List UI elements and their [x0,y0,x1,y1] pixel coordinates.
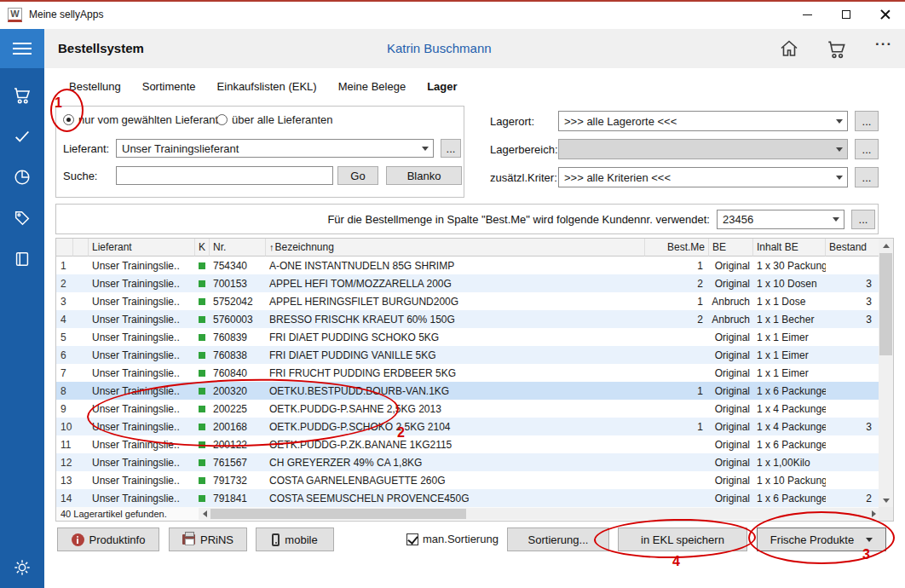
minimize-button[interactable] [787,2,827,27]
table-row[interactable]: 10Unser Trainingslie..200168OETK.PUDDG-P… [56,418,893,435]
row-number-cell: 2 [56,274,73,292]
row-indicator-cell [73,310,89,328]
cell-k [195,435,210,453]
row-number-cell: 13 [56,471,73,489]
cell-k [195,364,210,382]
cell-be: Original [709,364,753,382]
sidebar-item-statistik[interactable] [0,160,44,194]
lagerbereich-browse-button[interactable]: ... [855,139,879,159]
scroll-right-icon[interactable] [868,508,879,520]
home-button[interactable] [779,38,799,61]
lagerort-browse-button[interactable]: ... [855,111,879,131]
table-row[interactable]: 3Unser Trainingslie..5752042APPEL HERING… [56,292,893,310]
stock-indicator-icon [199,370,205,377]
table-row[interactable]: 11Unser Trainingslie..200122OETK.PUDDG-P… [56,435,893,453]
tab-meine-belege[interactable]: Meine Belege [338,80,406,93]
table-row[interactable]: 8Unser Trainingslie..200320OETKU.BESTPUD… [56,382,893,400]
kundennr-browse-button[interactable]: ... [851,210,875,229]
tab-einkaufslisten[interactable]: Einkaufslisten (EKL) [217,80,317,93]
table-row[interactable]: 1Unser Trainingslie..754340A-ONE INSTANT… [56,257,893,274]
kundennr-select[interactable]: 23456 [717,210,844,229]
kriterien-browse-button[interactable]: ... [855,167,879,187]
frische-produkte-dropdown-button[interactable]: Frische Produkte [757,527,886,551]
col-header-be[interactable]: BE [709,239,753,257]
scroll-left-icon[interactable] [199,508,210,520]
table-row[interactable]: 12Unser Trainingslie..761567CH GREYERZER… [56,453,893,471]
cell-bezeichnung: OETK.PUDDG-P.SAHNE 2,5KG 2013 [266,400,645,418]
lagerbereich-select [558,139,848,159]
col-header-bestand[interactable]: Bestand [826,239,879,257]
kundennr-info-bar: Für die Bestellmenge in Spalte "Best.Me"… [55,204,879,234]
sidebar-item-settings[interactable] [0,551,44,585]
table-row[interactable]: 2Unser Trainingslie..700153APPEL HEFI TO… [56,274,893,292]
col-header-k[interactable]: K [195,239,210,257]
tab-sortimente[interactable]: Sortimente [142,80,196,93]
lagerort-select[interactable]: >>> alle Lagerorte <<< [558,111,848,131]
col-header-bestme[interactable]: Best.Me [645,239,709,257]
cell-lieferant: Unser Trainingslie.. [89,382,195,400]
sidebar-item-bestellung[interactable] [0,78,44,112]
header-cart-button[interactable] [826,38,848,63]
row-indicator-cell [73,328,89,346]
kriterien-select[interactable]: >>> alle Kriterien <<< [558,167,848,187]
cell-bezeichnung: FRI FRUCHT PUDDING ERDBEER 5KG [266,364,645,382]
radio-nur-vom-lieferant[interactable]: nur vom gewählten Lieferant [63,113,218,126]
vertical-scroll-thumb[interactable] [879,253,892,355]
scroll-up-icon[interactable] [879,239,893,252]
col-header-nr[interactable]: Nr. [210,239,266,257]
more-menu-button[interactable]: ... [875,32,892,49]
sidebar-item-belege[interactable] [0,119,44,153]
vertical-scrollbar[interactable] [879,239,893,507]
row-number-cell: 12 [56,453,73,471]
printer-icon [182,534,195,545]
horizontal-scroll-thumb[interactable] [210,509,466,519]
blanko-button[interactable]: Blanko [386,166,462,185]
suche-label: Suche: [63,170,97,182]
table-row[interactable]: 4Unser Trainingslie..5760003BRESSO FRISC… [56,310,893,328]
col-header-lieferant[interactable]: Lieferant [89,239,195,257]
stock-indicator-icon [199,352,205,359]
maximize-button[interactable] [827,2,866,27]
sidebar-item-katalog[interactable] [0,242,44,276]
cell-nr: 200168 [210,418,266,435]
row-indicator-cell [73,400,89,418]
lagerort-label: Lagerort: [490,115,534,128]
row-number-cell: 9 [56,400,73,418]
table-row[interactable]: 5Unser Trainingslie..760839FRI DIAET PUD… [56,328,893,346]
cell-bestme: 1 [645,257,709,274]
table-row[interactable]: 13Unser Trainingslie..791732COSTA GARNEL… [56,471,893,489]
table-row[interactable]: 6Unser Trainingslie..760838FRI DIAET PUD… [56,346,893,364]
hamburger-menu-button[interactable] [0,29,44,68]
row-indicator-cell [73,489,89,507]
produktinfo-button[interactable]: Produktinfo [57,527,159,551]
table-row[interactable]: 7Unser Trainingslie..760840FRI FRUCHT PU… [56,364,893,382]
table-row[interactable]: 9Unser Trainingslie..200225OETK.PUDDG-P.… [56,400,893,418]
lagerbereich-label: Lagerbereich: [490,143,558,156]
cell-bezeichnung: FRI DIAET PUDDING VANILLE 5KG [266,346,645,364]
row-number-cell: 3 [56,292,73,310]
lieferant-browse-button[interactable]: ... [441,139,461,158]
lieferant-select[interactable]: Unser Trainingslieferant [116,139,434,158]
cell-bestand [826,382,879,400]
book-icon [13,250,32,268]
sidebar-item-angebote[interactable] [0,201,44,235]
tab-lager[interactable]: Lager [427,80,457,93]
row-indicator-cell [73,346,89,364]
prins-button[interactable]: PRiNS [169,527,247,551]
col-header-bezeichnung[interactable]: ↑ Bezeichnung [266,239,645,257]
table-row[interactable]: 14Unser Trainingslie..791841COSTA SEEMUS… [56,489,893,507]
horizontal-scrollbar[interactable] [199,508,879,520]
radio-alle-lieferanten[interactable]: über alle Lieferanten [216,113,333,126]
scroll-down-icon[interactable] [879,493,893,507]
man-sortierung-checkbox[interactable]: man.Sortierung [406,533,499,545]
search-input[interactable] [116,166,333,185]
tab-bestellung[interactable]: Bestellung [69,80,121,93]
sortierung-button[interactable]: Sortierung... [507,527,609,551]
mobile-button[interactable]: mobile [256,527,334,551]
go-button[interactable]: Go [337,166,378,185]
chevron-down-icon [866,538,873,542]
stock-indicator-icon [199,334,205,341]
close-button[interactable] [866,2,905,27]
col-header-inhalt-be[interactable]: Inhalt BE [753,239,826,257]
in-ekl-speichern-button[interactable]: in EKL speichern [618,527,747,551]
